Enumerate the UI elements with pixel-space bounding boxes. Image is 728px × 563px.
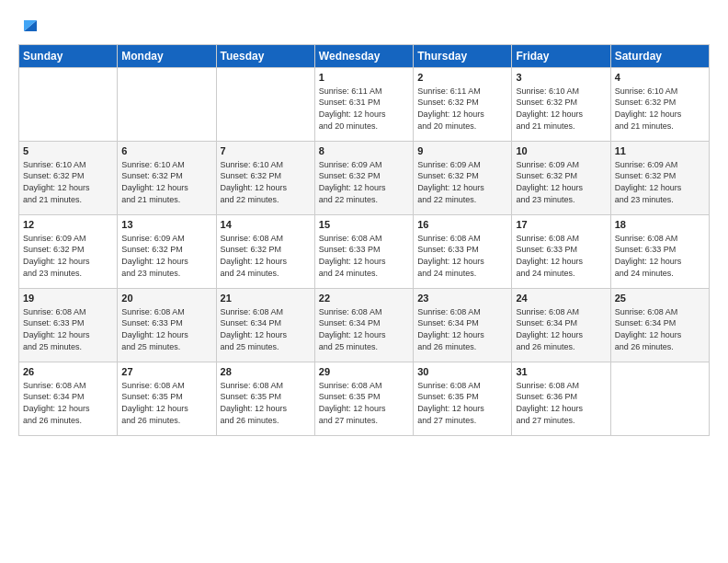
day-info: Sunrise: 6:08 AM Sunset: 6:35 PM Dayligh… (417, 380, 507, 426)
page: SundayMondayTuesdayWednesdayThursdayFrid… (0, 0, 728, 563)
day-number: 28 (221, 365, 311, 379)
day-info: Sunrise: 6:10 AM Sunset: 6:32 PM Dayligh… (121, 159, 211, 205)
day-info: Sunrise: 6:08 AM Sunset: 6:34 PM Dayligh… (615, 306, 705, 352)
day-number: 4 (615, 71, 705, 85)
calendar-cell: 23Sunrise: 6:08 AM Sunset: 6:34 PM Dayli… (414, 289, 512, 362)
calendar-cell: 20Sunrise: 6:08 AM Sunset: 6:33 PM Dayli… (118, 289, 216, 362)
weekday-header: Thursday (414, 45, 512, 68)
day-info: Sunrise: 6:10 AM Sunset: 6:32 PM Dayligh… (23, 159, 113, 205)
calendar-cell: 9Sunrise: 6:09 AM Sunset: 6:32 PM Daylig… (414, 142, 512, 215)
day-number: 3 (516, 71, 606, 85)
calendar-cell: 31Sunrise: 6:08 AM Sunset: 6:36 PM Dayli… (512, 362, 610, 436)
weekday-header: Saturday (610, 45, 709, 68)
calendar-cell: 3Sunrise: 6:10 AM Sunset: 6:32 PM Daylig… (512, 68, 610, 142)
calendar-cell: 19Sunrise: 6:08 AM Sunset: 6:33 PM Dayli… (19, 289, 118, 362)
day-number: 20 (121, 292, 211, 305)
calendar-cell: 25Sunrise: 6:08 AM Sunset: 6:34 PM Dayli… (610, 289, 709, 362)
day-number: 6 (121, 144, 211, 158)
calendar-cell: 1Sunrise: 6:11 AM Sunset: 6:31 PM Daylig… (314, 68, 413, 142)
calendar-table: SundayMondayTuesdayWednesdayThursdayFrid… (18, 44, 710, 436)
calendar-cell: 5Sunrise: 6:10 AM Sunset: 6:32 PM Daylig… (19, 142, 118, 215)
day-number: 21 (221, 292, 311, 305)
day-info: Sunrise: 6:10 AM Sunset: 6:32 PM Dayligh… (221, 159, 311, 205)
calendar-cell: 13Sunrise: 6:09 AM Sunset: 6:32 PM Dayli… (118, 215, 216, 289)
calendar-cell (19, 68, 118, 142)
day-number: 8 (319, 144, 409, 158)
calendar-cell: 2Sunrise: 6:11 AM Sunset: 6:32 PM Daylig… (414, 68, 512, 142)
calendar-cell: 16Sunrise: 6:08 AM Sunset: 6:33 PM Dayli… (414, 215, 512, 289)
calendar-cell: 22Sunrise: 6:08 AM Sunset: 6:34 PM Dayli… (314, 289, 413, 362)
day-number: 14 (221, 218, 311, 232)
calendar-cell: 8Sunrise: 6:09 AM Sunset: 6:32 PM Daylig… (314, 142, 413, 215)
day-number: 13 (121, 218, 211, 232)
calendar-cell: 12Sunrise: 6:09 AM Sunset: 6:32 PM Dayli… (19, 215, 118, 289)
weekday-header: Sunday (19, 45, 118, 68)
day-info: Sunrise: 6:08 AM Sunset: 6:33 PM Dayligh… (121, 306, 211, 352)
day-info: Sunrise: 6:08 AM Sunset: 6:34 PM Dayligh… (221, 306, 311, 352)
day-info: Sunrise: 6:08 AM Sunset: 6:33 PM Dayligh… (23, 306, 113, 352)
day-info: Sunrise: 6:08 AM Sunset: 6:33 PM Dayligh… (319, 233, 409, 279)
day-number: 5 (23, 144, 113, 158)
day-info: Sunrise: 6:08 AM Sunset: 6:34 PM Dayligh… (516, 306, 606, 352)
day-info: Sunrise: 6:08 AM Sunset: 6:34 PM Dayligh… (23, 380, 113, 426)
calendar-cell: 28Sunrise: 6:08 AM Sunset: 6:35 PM Dayli… (216, 362, 314, 436)
calendar-cell: 24Sunrise: 6:08 AM Sunset: 6:34 PM Dayli… (512, 289, 610, 362)
weekday-header: Wednesday (314, 45, 413, 68)
day-number: 31 (516, 365, 606, 379)
day-number: 29 (319, 365, 409, 379)
day-info: Sunrise: 6:08 AM Sunset: 6:35 PM Dayligh… (121, 380, 211, 426)
day-number: 19 (23, 292, 113, 305)
day-info: Sunrise: 6:11 AM Sunset: 6:32 PM Dayligh… (417, 86, 507, 132)
day-info: Sunrise: 6:09 AM Sunset: 6:32 PM Dayligh… (23, 233, 113, 279)
day-info: Sunrise: 6:08 AM Sunset: 6:32 PM Dayligh… (221, 233, 311, 279)
day-number: 26 (23, 365, 113, 379)
weekday-header: Tuesday (216, 45, 314, 68)
calendar-cell: 29Sunrise: 6:08 AM Sunset: 6:35 PM Dayli… (314, 362, 413, 436)
day-number: 16 (417, 218, 507, 232)
day-number: 12 (23, 218, 113, 232)
day-number: 10 (516, 144, 606, 158)
day-number: 30 (417, 365, 507, 379)
calendar-cell: 10Sunrise: 6:09 AM Sunset: 6:32 PM Dayli… (512, 142, 610, 215)
day-number: 24 (516, 292, 606, 305)
logo (18, 15, 40, 35)
day-number: 23 (417, 292, 507, 305)
day-number: 27 (121, 365, 211, 379)
day-info: Sunrise: 6:09 AM Sunset: 6:32 PM Dayligh… (319, 159, 409, 205)
day-number: 11 (615, 144, 705, 158)
calendar-cell: 18Sunrise: 6:08 AM Sunset: 6:33 PM Dayli… (610, 215, 709, 289)
day-info: Sunrise: 6:08 AM Sunset: 6:35 PM Dayligh… (221, 380, 311, 426)
day-number: 9 (417, 144, 507, 158)
calendar-cell (118, 68, 216, 142)
calendar-cell: 11Sunrise: 6:09 AM Sunset: 6:32 PM Dayli… (610, 142, 709, 215)
day-info: Sunrise: 6:08 AM Sunset: 6:34 PM Dayligh… (417, 306, 507, 352)
day-number: 2 (417, 71, 507, 85)
day-info: Sunrise: 6:08 AM Sunset: 6:34 PM Dayligh… (319, 306, 409, 352)
calendar-cell (610, 362, 709, 436)
day-number: 17 (516, 218, 606, 232)
calendar-cell: 7Sunrise: 6:10 AM Sunset: 6:32 PM Daylig… (216, 142, 314, 215)
calendar-cell: 15Sunrise: 6:08 AM Sunset: 6:33 PM Dayli… (314, 215, 413, 289)
calendar-cell: 17Sunrise: 6:08 AM Sunset: 6:33 PM Dayli… (512, 215, 610, 289)
day-info: Sunrise: 6:11 AM Sunset: 6:31 PM Dayligh… (319, 86, 409, 132)
calendar-cell: 6Sunrise: 6:10 AM Sunset: 6:32 PM Daylig… (118, 142, 216, 215)
weekday-header: Friday (512, 45, 610, 68)
day-number: 25 (615, 292, 705, 305)
day-info: Sunrise: 6:08 AM Sunset: 6:33 PM Dayligh… (417, 233, 507, 279)
calendar-cell (216, 68, 314, 142)
header (18, 15, 710, 35)
day-number: 15 (319, 218, 409, 232)
weekday-header: Monday (118, 45, 216, 68)
day-info: Sunrise: 6:08 AM Sunset: 6:36 PM Dayligh… (516, 380, 606, 426)
day-info: Sunrise: 6:10 AM Sunset: 6:32 PM Dayligh… (615, 86, 705, 132)
day-info: Sunrise: 6:08 AM Sunset: 6:33 PM Dayligh… (516, 233, 606, 279)
day-info: Sunrise: 6:09 AM Sunset: 6:32 PM Dayligh… (615, 159, 705, 205)
calendar-cell: 30Sunrise: 6:08 AM Sunset: 6:35 PM Dayli… (414, 362, 512, 436)
day-number: 18 (615, 218, 705, 232)
logo-icon (20, 15, 40, 35)
calendar-cell: 27Sunrise: 6:08 AM Sunset: 6:35 PM Dayli… (118, 362, 216, 436)
day-number: 1 (319, 71, 409, 85)
day-info: Sunrise: 6:10 AM Sunset: 6:32 PM Dayligh… (516, 86, 606, 132)
calendar-cell: 4Sunrise: 6:10 AM Sunset: 6:32 PM Daylig… (610, 68, 709, 142)
day-info: Sunrise: 6:08 AM Sunset: 6:33 PM Dayligh… (615, 233, 705, 279)
